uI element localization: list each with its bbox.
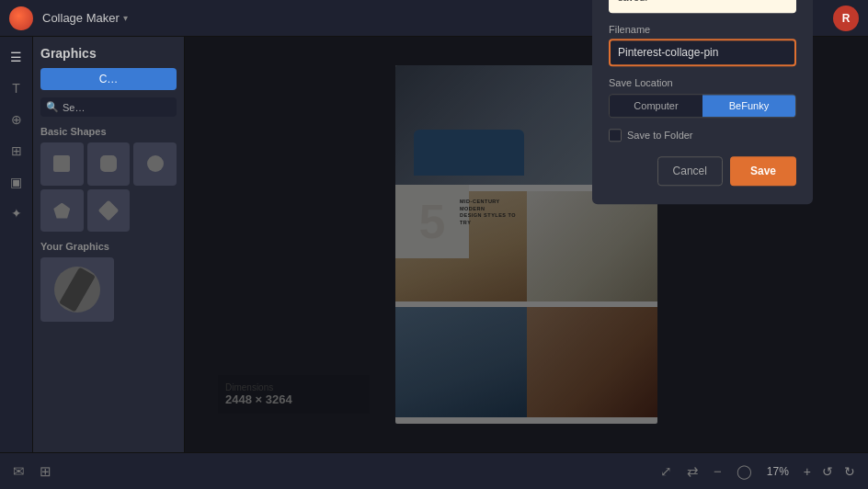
befunky-button[interactable]: BeFunky bbox=[702, 95, 795, 117]
search-input[interactable] bbox=[63, 102, 171, 113]
panel-title: Graphics bbox=[40, 46, 177, 61]
save-dialog-actions: Cancel Save bbox=[609, 156, 796, 186]
shape-diamond[interactable] bbox=[87, 189, 131, 233]
bottom-grid-icon[interactable]: ⊞ bbox=[40, 463, 51, 480]
save-dialog: Save as Project Saving as a project crea… bbox=[592, 0, 813, 204]
bottom-right-controls: + ↺ ↻ bbox=[804, 464, 855, 479]
your-graphics-label: Your Graphics bbox=[40, 241, 177, 252]
save-location-label: Save Location bbox=[609, 77, 796, 88]
shape-square[interactable] bbox=[40, 142, 84, 186]
shape-rounded-square[interactable] bbox=[87, 142, 131, 186]
shape-circle[interactable] bbox=[133, 142, 177, 186]
sidebar-item-text[interactable]: T bbox=[4, 75, 29, 101]
bottom-swap-icon[interactable]: ⇄ bbox=[687, 463, 699, 480]
sidebar-item-effects[interactable]: ✦ bbox=[4, 200, 29, 226]
graphics-panel: Graphics C… 🔍 Basic Shapes Your Graphic bbox=[33, 37, 185, 452]
basic-shapes-label: Basic Shapes bbox=[40, 126, 177, 137]
save-to-folder-label: Save to Folder bbox=[627, 130, 693, 141]
computer-button[interactable]: Computer bbox=[610, 95, 702, 117]
app-logo bbox=[9, 6, 33, 30]
save-to-folder-row: Save to Folder bbox=[609, 129, 796, 142]
coffee-bean-graphic bbox=[54, 267, 100, 313]
save-dialog-info: Saving as a project creates a file you c… bbox=[609, 0, 796, 13]
bottom-plus-icon[interactable]: + bbox=[804, 464, 811, 479]
title-chevron-icon: ▾ bbox=[123, 13, 128, 23]
upload-button[interactable]: C… bbox=[40, 68, 177, 90]
save-location-buttons: Computer BeFunky bbox=[609, 94, 796, 118]
sidebar-icon-strip: ☰ T ⊕ ⊞ ▣ ✦ bbox=[0, 37, 33, 452]
shapes-grid bbox=[40, 142, 177, 232]
graphic-item[interactable] bbox=[40, 257, 114, 322]
zoom-level: 17% bbox=[767, 465, 789, 478]
search-bar: 🔍 bbox=[40, 97, 177, 117]
sidebar-item-backgrounds[interactable]: ▣ bbox=[4, 169, 29, 195]
bottom-redo-icon[interactable]: ↻ bbox=[844, 464, 855, 479]
bottom-minus-icon[interactable]: − bbox=[714, 463, 722, 479]
shape-pentagon[interactable] bbox=[40, 189, 84, 233]
save-to-folder-checkbox[interactable] bbox=[609, 129, 622, 142]
search-icon: 🔍 bbox=[46, 101, 59, 113]
avatar[interactable]: R bbox=[833, 6, 859, 31]
bottom-undo-icon[interactable]: ↺ bbox=[822, 464, 833, 479]
app-title-text: Collage Maker bbox=[42, 11, 120, 25]
bottom-circle-icon[interactable]: ◯ bbox=[737, 463, 752, 480]
main-area: ☰ T ⊕ ⊞ ▣ ✦ Graphics C… 🔍 Basic Shapes bbox=[0, 37, 868, 452]
cancel-button[interactable]: Cancel bbox=[657, 156, 723, 186]
sidebar-item-graphics[interactable]: ⊕ bbox=[4, 107, 29, 132]
bottom-email-icon[interactable]: ✉ bbox=[13, 463, 25, 480]
app-title[interactable]: Collage Maker ▾ bbox=[42, 11, 128, 25]
sidebar-item-layouts[interactable]: ⊞ bbox=[4, 138, 29, 164]
bottom-expand-icon[interactable]: ⤢ bbox=[660, 463, 672, 480]
save-confirm-button[interactable]: Save bbox=[730, 156, 796, 186]
sidebar-item-photos[interactable]: ☰ bbox=[4, 44, 29, 70]
filename-label: Filename bbox=[609, 24, 796, 35]
bottom-bar: ✉ ⊞ ⤢ ⇄ − ◯ 17% + ↺ ↻ bbox=[0, 452, 868, 489]
filename-input[interactable] bbox=[609, 39, 796, 66]
